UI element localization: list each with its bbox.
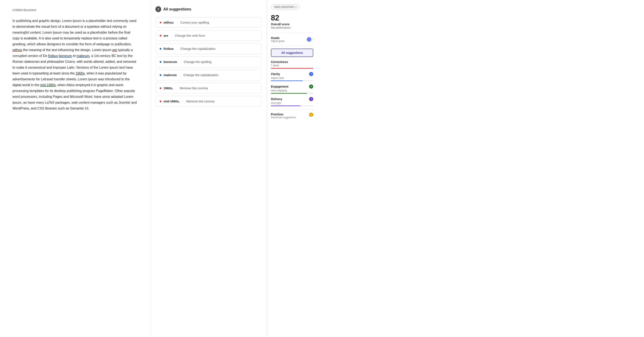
metric-name: Correctness <box>271 60 288 64</box>
metric-name: Delivery <box>271 98 282 101</box>
metric-row-clarity[interactable]: Clarity✓Adjust clear <box>271 72 313 81</box>
suggestion-action: Remove the comma <box>186 100 214 103</box>
metrics-container: Correctness7 alertsClarity✓Adjust clearE… <box>271 60 313 106</box>
divider-3 <box>271 110 313 110</box>
metric-bar-track <box>271 93 313 94</box>
suggestion-dot-icon <box>160 35 162 36</box>
suggestion-dot-icon <box>160 88 162 89</box>
metric-header: Engagement✓ <box>271 84 313 89</box>
suggestion-card[interactable]: withou·Correct your spelling <box>155 17 262 28</box>
goals-row: Goals Adjust goals › <box>271 36 313 42</box>
divider-1 <box>271 33 313 33</box>
premium-label: Premium <box>271 112 296 116</box>
flagged-word-are[interactable]: are <box>112 48 117 52</box>
suggestion-dot-icon <box>160 61 162 63</box>
suggestions-panel: 7 All suggestions withou·Correct your sp… <box>150 0 267 337</box>
metric-sub: Just right <box>271 102 313 104</box>
metric-row-delivery[interactable]: Delivery✓Just right <box>271 97 313 106</box>
metric-check-icon: ✓ <box>309 97 313 101</box>
premium-sub: Advanced suggestions <box>271 116 296 119</box>
metric-bar-track <box>271 106 313 106</box>
suggestion-separator: · <box>176 86 177 90</box>
flagged-word-finibus[interactable]: finibus <box>48 54 58 58</box>
suggestion-word: mid-1980s, <box>164 100 180 103</box>
suggestion-card[interactable]: 1960s,·Remove the comma <box>155 83 262 94</box>
goals-label: Goals <box>271 36 284 40</box>
all-suggestions-button[interactable]: All suggestions <box>271 48 313 57</box>
document-title: Untitled document <box>12 8 138 12</box>
score-panel: HIDE ASSISTANT » 82 Overall score See pe… <box>267 0 317 337</box>
suggestion-word: finibus <box>164 47 174 50</box>
suggestion-action: Change the spelling <box>184 60 212 64</box>
suggestion-card[interactable]: mid-1980s,·Remove the comma <box>155 96 262 106</box>
score-number: 82 <box>271 14 313 22</box>
flagged-word-withou[interactable]: withou <box>12 48 22 52</box>
flagged-word-malorum[interactable]: malorum <box>76 54 90 58</box>
suggestion-separator: · <box>180 60 181 64</box>
flagged-word-1960s[interactable]: 1960s, <box>76 72 86 75</box>
metric-bar-track <box>271 68 313 68</box>
metric-check-icon: ✓ <box>309 72 313 76</box>
suggestions-title: All suggestions <box>163 7 191 12</box>
flagged-word-bonorum[interactable]: bonorum <box>58 54 72 58</box>
goals-chevron-icon: › <box>312 38 313 41</box>
suggestion-cards-container: withou·Correct your spellingare·Change t… <box>155 17 262 106</box>
metric-sub: 7 alerts <box>271 64 313 67</box>
metric-row-correctness[interactable]: Correctness7 alerts <box>271 60 313 68</box>
suggestions-header: 7 All suggestions <box>155 6 262 12</box>
metric-row-engagement[interactable]: Engagement✓Very engaging <box>271 84 313 94</box>
suggestion-dot-icon <box>160 22 162 23</box>
hide-assistant-icon: » <box>295 6 296 8</box>
document-area: Untitled document In publishing and grap… <box>0 0 150 337</box>
metric-name: Engagement <box>271 85 288 88</box>
metric-bar-track <box>271 80 313 81</box>
suggestion-card[interactable]: bonorum·Change the spelling <box>155 56 262 67</box>
chevron-right-icon: › <box>290 26 291 29</box>
metric-bar-fill <box>271 68 313 68</box>
score-label: Overall score <box>271 22 313 26</box>
suggestion-action: Change the capitalization <box>183 73 218 77</box>
metric-sub: Very engaging <box>271 89 313 92</box>
divider-2 <box>271 46 313 46</box>
metric-sub: Adjust clear <box>271 76 313 80</box>
suggestion-action: Change the capitalization <box>180 47 216 50</box>
suggestion-card[interactable]: finibus·Change the capitalization <box>155 44 262 54</box>
suggestion-separator: · <box>180 74 180 77</box>
goals-sub[interactable]: Adjust goals <box>271 40 284 42</box>
suggestion-separator: · <box>177 47 178 50</box>
see-performance-link[interactable]: See performance › <box>271 26 313 29</box>
metric-bar-fill <box>271 106 300 106</box>
suggestion-dot-icon <box>160 48 162 50</box>
premium-info: Premium Advanced suggestions <box>271 112 296 119</box>
flagged-word-mid1980s[interactable]: mid-1980s, <box>40 83 57 87</box>
hide-assistant-label: HIDE ASSISTANT <box>274 6 294 8</box>
metric-header: Correctness <box>271 60 313 64</box>
metric-bar-fill <box>271 93 307 94</box>
goals-circle-icon <box>307 37 311 42</box>
suggestion-dot-icon <box>160 74 162 76</box>
document-content[interactable]: In publishing and graphic design, Lorem … <box>12 18 138 111</box>
suggestion-action: Correct your spelling <box>180 21 209 24</box>
metric-header: Clarity✓ <box>271 72 313 76</box>
suggestion-separator: · <box>176 21 177 24</box>
suggestions-count-badge: 7 <box>155 6 161 12</box>
suggestion-word: bonorum <box>164 60 177 64</box>
suggestion-word: malorum <box>164 73 177 77</box>
suggestion-card[interactable]: are·Change the verb form <box>155 30 262 41</box>
suggestion-word: are <box>164 34 168 37</box>
premium-badge: 3 <box>309 112 313 117</box>
suggestion-card[interactable]: malorum·Change the capitalization <box>155 70 262 80</box>
hide-assistant-button[interactable]: HIDE ASSISTANT » <box>271 4 300 10</box>
suggestion-separator: · <box>171 34 172 37</box>
metric-header: Delivery✓ <box>271 97 313 101</box>
suggestion-word: withou <box>164 21 174 24</box>
suggestion-dot-icon <box>160 100 162 102</box>
suggestion-action: Remove the comma <box>180 86 208 90</box>
premium-row[interactable]: Premium Advanced suggestions 3 <box>271 112 313 119</box>
suggestion-word: 1960s, <box>164 86 173 90</box>
metric-bar-fill <box>271 80 302 81</box>
goals-info: Goals Adjust goals <box>271 36 284 42</box>
goals-icon-wrap[interactable]: › <box>307 37 313 42</box>
metric-name: Clarity <box>271 72 280 76</box>
suggestion-action: Change the verb form <box>175 34 205 37</box>
